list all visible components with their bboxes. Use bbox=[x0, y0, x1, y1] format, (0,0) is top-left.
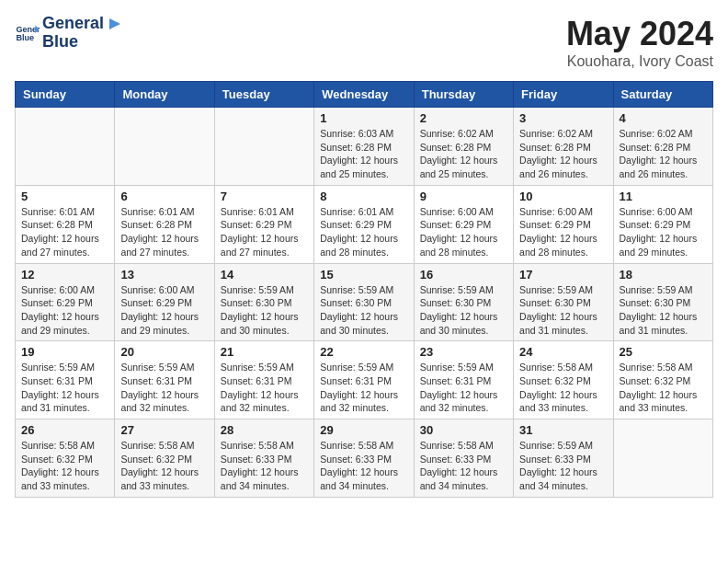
calendar-cell: 23Sunrise: 5:59 AM Sunset: 6:31 PM Dayli… bbox=[414, 341, 513, 419]
day-number: 5 bbox=[21, 190, 108, 203]
day-info: Sunrise: 5:58 AM Sunset: 6:32 PM Dayligh… bbox=[120, 439, 208, 493]
day-info: Sunrise: 6:00 AM Sunset: 6:29 PM Dayligh… bbox=[420, 205, 507, 259]
calendar-table: SundayMondayTuesdayWednesdayThursdayFrid… bbox=[15, 81, 713, 498]
day-number: 18 bbox=[620, 268, 707, 282]
day-number: 17 bbox=[519, 268, 607, 282]
day-number: 11 bbox=[620, 190, 707, 203]
day-number: 25 bbox=[620, 345, 707, 359]
calendar-week-5: 26Sunrise: 5:58 AM Sunset: 6:32 PM Dayli… bbox=[16, 419, 713, 498]
day-number: 24 bbox=[519, 345, 607, 359]
day-number: 19 bbox=[21, 345, 108, 359]
day-number: 7 bbox=[221, 190, 308, 203]
calendar-week-4: 19Sunrise: 5:59 AM Sunset: 6:31 PM Dayli… bbox=[16, 341, 713, 419]
calendar-cell: 22Sunrise: 5:59 AM Sunset: 6:31 PM Dayli… bbox=[314, 341, 414, 419]
logo-general: General bbox=[42, 15, 104, 33]
calendar-cell: 21Sunrise: 5:59 AM Sunset: 6:31 PM Dayli… bbox=[214, 341, 313, 419]
calendar-cell: 19Sunrise: 5:59 AM Sunset: 6:31 PM Dayli… bbox=[16, 341, 115, 419]
calendar-cell: 11Sunrise: 6:00 AM Sunset: 6:29 PM Dayli… bbox=[613, 185, 712, 263]
day-info: Sunrise: 6:01 AM Sunset: 6:28 PM Dayligh… bbox=[120, 205, 208, 259]
svg-text:Blue: Blue bbox=[16, 33, 34, 42]
day-number: 29 bbox=[320, 423, 407, 437]
day-number: 10 bbox=[519, 190, 607, 203]
day-info: Sunrise: 5:59 AM Sunset: 6:30 PM Dayligh… bbox=[320, 283, 407, 338]
day-number: 23 bbox=[420, 345, 507, 359]
day-number: 28 bbox=[221, 423, 308, 437]
logo-arrow-icon bbox=[106, 15, 124, 33]
day-number: 2 bbox=[420, 111, 507, 125]
day-number: 4 bbox=[620, 111, 707, 125]
day-info: Sunrise: 5:59 AM Sunset: 6:31 PM Dayligh… bbox=[21, 361, 108, 415]
day-info: Sunrise: 5:58 AM Sunset: 6:33 PM Dayligh… bbox=[420, 439, 507, 493]
day-number: 26 bbox=[21, 423, 108, 437]
day-info: Sunrise: 6:02 AM Sunset: 6:28 PM Dayligh… bbox=[620, 127, 707, 181]
calendar-cell: 17Sunrise: 5:59 AM Sunset: 6:30 PM Dayli… bbox=[514, 263, 613, 341]
day-number: 6 bbox=[120, 190, 208, 203]
day-info: Sunrise: 6:00 AM Sunset: 6:29 PM Dayligh… bbox=[120, 283, 208, 338]
calendar-cell: 13Sunrise: 6:00 AM Sunset: 6:29 PM Dayli… bbox=[115, 263, 214, 341]
day-info: Sunrise: 5:58 AM Sunset: 6:33 PM Dayligh… bbox=[221, 439, 308, 493]
day-number: 9 bbox=[420, 190, 507, 203]
day-number: 14 bbox=[221, 268, 308, 282]
calendar-cell: 1Sunrise: 6:03 AM Sunset: 6:28 PM Daylig… bbox=[314, 108, 414, 186]
calendar-cell: 27Sunrise: 5:58 AM Sunset: 6:32 PM Dayli… bbox=[115, 419, 214, 498]
calendar-cell: 25Sunrise: 5:58 AM Sunset: 6:32 PM Dayli… bbox=[613, 341, 712, 419]
day-info: Sunrise: 5:59 AM Sunset: 6:31 PM Dayligh… bbox=[420, 361, 507, 415]
calendar-week-2: 5Sunrise: 6:01 AM Sunset: 6:28 PM Daylig… bbox=[16, 185, 713, 263]
day-number: 12 bbox=[21, 268, 108, 282]
calendar-cell: 12Sunrise: 6:00 AM Sunset: 6:29 PM Dayli… bbox=[16, 263, 115, 341]
calendar-cell bbox=[16, 108, 115, 186]
day-info: Sunrise: 6:02 AM Sunset: 6:28 PM Dayligh… bbox=[420, 127, 507, 181]
day-info: Sunrise: 6:00 AM Sunset: 6:29 PM Dayligh… bbox=[21, 283, 108, 338]
calendar-cell: 29Sunrise: 5:58 AM Sunset: 6:33 PM Dayli… bbox=[314, 419, 414, 498]
day-info: Sunrise: 5:58 AM Sunset: 6:32 PM Dayligh… bbox=[620, 361, 707, 415]
day-number: 31 bbox=[519, 423, 607, 437]
day-info: Sunrise: 5:59 AM Sunset: 6:30 PM Dayligh… bbox=[221, 283, 308, 338]
day-number: 20 bbox=[120, 345, 208, 359]
weekday-header-thursday: Thursday bbox=[414, 82, 513, 108]
day-number: 13 bbox=[120, 268, 208, 282]
day-info: Sunrise: 5:58 AM Sunset: 6:32 PM Dayligh… bbox=[519, 361, 607, 415]
calendar-cell: 10Sunrise: 6:00 AM Sunset: 6:29 PM Dayli… bbox=[514, 185, 613, 263]
calendar-cell: 14Sunrise: 5:59 AM Sunset: 6:30 PM Dayli… bbox=[214, 263, 313, 341]
calendar-cell: 5Sunrise: 6:01 AM Sunset: 6:28 PM Daylig… bbox=[16, 185, 115, 263]
day-number: 21 bbox=[221, 345, 308, 359]
weekday-header-friday: Friday bbox=[514, 82, 613, 108]
calendar-cell bbox=[214, 108, 313, 186]
calendar-cell: 26Sunrise: 5:58 AM Sunset: 6:32 PM Dayli… bbox=[16, 419, 115, 498]
calendar-week-1: 1Sunrise: 6:03 AM Sunset: 6:28 PM Daylig… bbox=[16, 108, 713, 186]
day-info: Sunrise: 5:59 AM Sunset: 6:30 PM Dayligh… bbox=[620, 283, 707, 338]
day-info: Sunrise: 5:58 AM Sunset: 6:33 PM Dayligh… bbox=[320, 439, 407, 493]
logo-blue: Blue bbox=[42, 33, 124, 52]
day-info: Sunrise: 6:00 AM Sunset: 6:29 PM Dayligh… bbox=[620, 205, 707, 259]
svg-marker-3 bbox=[109, 18, 120, 29]
day-number: 3 bbox=[519, 111, 607, 125]
calendar-cell: 16Sunrise: 5:59 AM Sunset: 6:30 PM Dayli… bbox=[414, 263, 513, 341]
day-info: Sunrise: 6:01 AM Sunset: 6:28 PM Dayligh… bbox=[21, 205, 108, 259]
calendar-cell: 4Sunrise: 6:02 AM Sunset: 6:28 PM Daylig… bbox=[613, 108, 712, 186]
day-info: Sunrise: 6:01 AM Sunset: 6:29 PM Dayligh… bbox=[320, 205, 407, 259]
calendar-cell: 3Sunrise: 6:02 AM Sunset: 6:28 PM Daylig… bbox=[514, 108, 613, 186]
logo: General Blue General Blue bbox=[15, 15, 124, 52]
calendar-cell: 31Sunrise: 5:59 AM Sunset: 6:33 PM Dayli… bbox=[514, 419, 613, 498]
weekday-header-wednesday: Wednesday bbox=[314, 82, 414, 108]
day-info: Sunrise: 5:59 AM Sunset: 6:31 PM Dayligh… bbox=[320, 361, 407, 415]
day-info: Sunrise: 5:59 AM Sunset: 6:31 PM Dayligh… bbox=[221, 361, 308, 415]
day-number: 27 bbox=[120, 423, 208, 437]
calendar-cell: 2Sunrise: 6:02 AM Sunset: 6:28 PM Daylig… bbox=[414, 108, 513, 186]
weekday-header-saturday: Saturday bbox=[613, 82, 712, 108]
calendar-cell: 28Sunrise: 5:58 AM Sunset: 6:33 PM Dayli… bbox=[214, 419, 313, 498]
day-info: Sunrise: 6:00 AM Sunset: 6:29 PM Dayligh… bbox=[519, 205, 607, 259]
calendar-body: 1Sunrise: 6:03 AM Sunset: 6:28 PM Daylig… bbox=[16, 108, 713, 498]
calendar-cell: 30Sunrise: 5:58 AM Sunset: 6:33 PM Dayli… bbox=[414, 419, 513, 498]
day-info: Sunrise: 6:03 AM Sunset: 6:28 PM Dayligh… bbox=[320, 127, 407, 181]
calendar-week-3: 12Sunrise: 6:00 AM Sunset: 6:29 PM Dayli… bbox=[16, 263, 713, 341]
day-info: Sunrise: 6:01 AM Sunset: 6:29 PM Dayligh… bbox=[221, 205, 308, 259]
day-number: 15 bbox=[320, 268, 407, 282]
day-number: 16 bbox=[420, 268, 507, 282]
month-title: May 2024 bbox=[566, 15, 713, 53]
calendar-header: SundayMondayTuesdayWednesdayThursdayFrid… bbox=[16, 82, 713, 108]
weekday-header-tuesday: Tuesday bbox=[214, 82, 313, 108]
calendar-cell: 8Sunrise: 6:01 AM Sunset: 6:29 PM Daylig… bbox=[314, 185, 414, 263]
day-info: Sunrise: 5:59 AM Sunset: 6:30 PM Dayligh… bbox=[519, 283, 607, 338]
calendar-cell: 7Sunrise: 6:01 AM Sunset: 6:29 PM Daylig… bbox=[214, 185, 313, 263]
